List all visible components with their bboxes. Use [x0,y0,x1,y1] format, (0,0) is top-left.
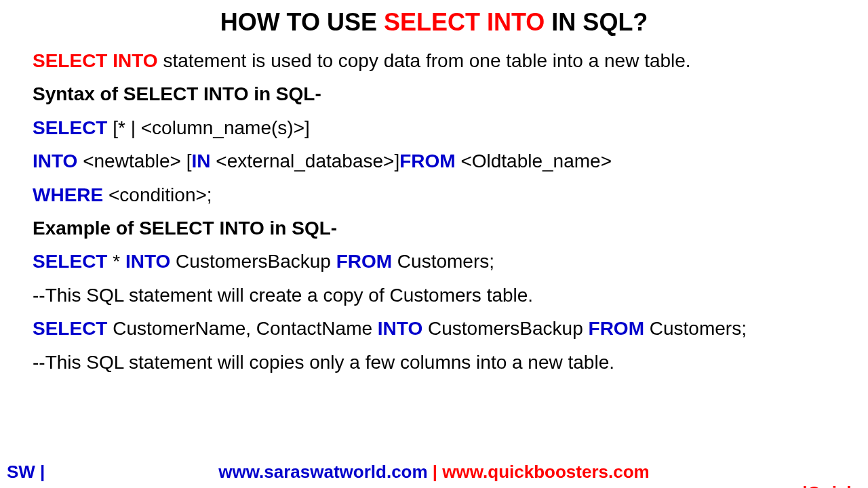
syntax-line2-txt2: <external_database>] [211,150,400,171]
footer-center: www.saraswatworld.com | www.quickbooster… [7,462,861,483]
page-title: HOW TO USE SELECT INTO IN SQL? [33,8,835,37]
kw-from: FROM [399,150,455,171]
ex2-kw-into: INTO [378,318,422,339]
syntax-line2-txt3: <Oldtable_name> [456,150,612,171]
ex1-kw-from: FROM [336,251,392,272]
ex2-kw-from: FROM [589,318,644,339]
title-highlight: SELECT INTO [384,8,545,36]
kw-where: WHERE [33,184,103,205]
footer-right: |Quick. [802,483,861,488]
content-body: SELECT INTO statement is used to copy da… [33,46,835,377]
comment1: --This SQL statement will create a copy … [33,281,835,310]
ex2-txt3: Customers; [644,318,747,339]
ex1-txt1: * [107,251,125,272]
example2: SELECT CustomerName, ContactName INTO Cu… [33,314,835,343]
comment2: --This SQL statement will copies only a … [33,348,835,377]
footer-url-red: www.quickboosters.com [442,462,649,482]
footer: SW | www.saraswatworld.com | www.quickbo… [0,462,868,483]
ex2-txt1: CustomerName, ContactName [107,318,377,339]
syntax-line1-txt: [* | <column_name(s)>] [107,117,309,138]
syntax-line2-txt1: <newtable> [ [77,150,191,171]
ex2-txt2: CustomersBackup [422,318,588,339]
kw-into: INTO [33,150,77,171]
syntax-header: Syntax of SELECT INTO in SQL- [33,79,835,108]
example1: SELECT * INTO CustomersBackup FROM Custo… [33,247,835,276]
ex2-kw-select: SELECT [33,318,107,339]
title-part1: HOW TO USE [220,8,384,36]
syntax-line1: SELECT [* | <column_name(s)>] [33,113,835,142]
intro-keyword: SELECT INTO [33,50,158,71]
footer-sep: | [428,462,443,482]
ex1-kw-select: SELECT [33,251,107,272]
ex1-txt2: CustomersBackup [170,251,336,272]
kw-select: SELECT [33,117,107,138]
intro-text: statement is used to copy data from one … [158,50,691,71]
ex1-kw-into: INTO [125,251,170,272]
syntax-line2: INTO <newtable> [IN <external_database>]… [33,146,835,176]
syntax-line3-txt: <condition>; [103,184,212,205]
footer-url-blue: www.saraswatworld.com [218,462,427,482]
intro-line: SELECT INTO statement is used to copy da… [33,46,835,75]
kw-in: IN [192,150,211,171]
title-part2: IN SQL? [545,8,648,36]
example-header: Example of SELECT INTO in SQL- [33,214,835,243]
ex1-txt3: Customers; [392,251,494,272]
syntax-line3: WHERE <condition>; [33,180,835,209]
footer-left: SW | [7,462,45,483]
